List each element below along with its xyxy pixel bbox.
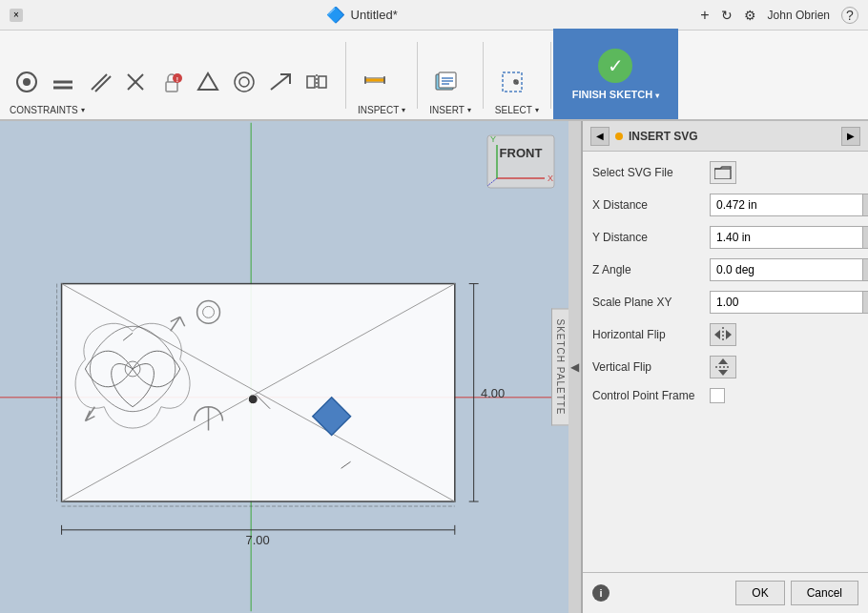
select-icon[interactable] — [495, 65, 529, 99]
scale-plane-input[interactable] — [710, 291, 868, 314]
y-distance-dropdown[interactable]: ▼ — [862, 226, 868, 249]
panel-status-dot — [615, 133, 623, 140]
info-icon[interactable]: i — [592, 584, 610, 602]
toolbar-divider-3 — [483, 42, 484, 109]
toolbar-divider-4 — [550, 42, 551, 109]
svg-line-14 — [271, 74, 290, 90]
parallel-constraint-icon[interactable] — [82, 65, 116, 99]
insert-label[interactable]: INSERT ▾ — [420, 103, 481, 119]
svg-marker-62 — [714, 330, 720, 339]
perpendicular-constraint-icon[interactable] — [118, 65, 153, 99]
window-title: Untitled* — [351, 8, 398, 22]
select-icons — [486, 59, 548, 103]
axis-indicator: FRONT X Y — [483, 131, 559, 193]
select-label[interactable]: SELECT ▾ — [486, 103, 548, 119]
symmetry-constraint-icon[interactable] — [300, 65, 334, 99]
insert-arrow: ▾ — [467, 106, 471, 114]
title-bar: × 🔷 Untitled* + ↻ ⚙ John Obrien ? — [0, 0, 868, 31]
inspect-icon[interactable] — [358, 65, 392, 99]
insert-icon[interactable] — [429, 65, 464, 99]
title-bar-left: × — [10, 9, 23, 22]
reload-icon[interactable]: ↻ — [721, 8, 733, 23]
fix-constraint-icon[interactable]: ! — [155, 65, 189, 99]
svg-text:FRONT: FRONT — [500, 146, 543, 160]
collinear-constraint-icon[interactable] — [46, 65, 80, 99]
sketch-canvas: 7.00 4.00 — [0, 121, 568, 613]
z-angle-input[interactable] — [710, 258, 868, 281]
svg-text:7.00: 7.00 — [246, 533, 270, 547]
settings-icon[interactable]: ⚙ — [744, 8, 756, 23]
cancel-button[interactable]: Cancel — [791, 581, 858, 605]
x-distance-input[interactable] — [710, 194, 868, 216]
panel-footer: i OK Cancel — [583, 572, 868, 613]
field-control-point-frame-control — [710, 388, 858, 403]
svg-text:4.00: 4.00 — [481, 386, 505, 400]
inspect-icons — [348, 59, 415, 103]
toolbar-constraints-group: ! CONS — [0, 29, 343, 119]
control-point-frame-checkbox[interactable] — [710, 388, 725, 403]
constraints-label[interactable]: CONSTRAINTS ▾ — [0, 103, 343, 119]
finish-sketch-check-icon: ✓ — [598, 49, 632, 83]
field-x-distance: X Distance ▼ — [592, 194, 858, 216]
field-vertical-flip: Vertical Flip — [592, 356, 858, 378]
field-control-select-svg — [710, 161, 858, 184]
svg-rect-23 — [439, 72, 456, 88]
toolbar-select-group: SELECT ▾ — [486, 29, 548, 119]
finish-sketch-label: FINISH SKETCH ▾ — [572, 89, 659, 100]
ok-button[interactable]: OK — [735, 581, 784, 605]
svg-rect-15 — [307, 76, 315, 88]
field-y-distance: Y Distance ▼ — [592, 226, 858, 249]
svg-rect-27 — [503, 72, 522, 92]
field-control-horizontal-flip — [710, 323, 858, 346]
field-control-vertical-flip — [710, 356, 858, 378]
folder-browse-button[interactable] — [710, 161, 736, 184]
svg-text:!: ! — [176, 76, 178, 83]
field-label-y-distance: Y Distance — [592, 231, 702, 244]
field-label-horizontal-flip: Horizontal Flip — [592, 328, 702, 341]
inspect-label[interactable]: INSPECT ▾ — [348, 103, 415, 119]
horizontal-flip-button[interactable] — [710, 323, 736, 346]
help-icon[interactable]: ? — [841, 7, 858, 24]
new-tab-icon[interactable]: + — [700, 7, 709, 24]
svg-text:Y: Y — [490, 134, 496, 144]
y-distance-input[interactable] — [710, 226, 868, 249]
tangent-constraint-icon[interactable] — [263, 65, 298, 99]
z-angle-dropdown[interactable]: ▼ — [862, 258, 868, 281]
toolbar-divider-2 — [417, 42, 418, 109]
right-panel: ◀ INSERT SVG ▶ Select SVG File X Distanc… — [582, 121, 868, 613]
panel-nav-right[interactable]: ▶ — [841, 127, 860, 146]
close-button[interactable]: × — [10, 9, 23, 22]
insert-icons — [420, 59, 481, 103]
vertical-flip-button[interactable] — [710, 356, 736, 378]
scale-plane-dropdown[interactable]: ▼ — [862, 291, 868, 314]
footer-buttons: OK Cancel — [735, 581, 858, 605]
panel-header: ◀ INSERT SVG ▶ — [583, 121, 868, 152]
field-label-select-svg: Select SVG File — [592, 166, 702, 179]
sketch-palette-tab[interactable]: SKETCH PALETTE — [551, 308, 568, 425]
toolbar-divider-1 — [345, 42, 346, 109]
constraints-arrow: ▾ — [81, 106, 85, 114]
panel-collapse-arrow[interactable]: ◀ — [568, 121, 582, 613]
toolbar: ! CONS — [0, 31, 868, 121]
svg-point-1 — [23, 78, 31, 86]
concentric-constraint-icon[interactable] — [227, 65, 261, 99]
panel-nav-left[interactable]: ◀ — [590, 127, 610, 146]
field-control-z-angle: ▼ — [710, 258, 868, 281]
user-name: John Obrien — [768, 9, 830, 22]
equal-constraint-icon[interactable] — [191, 65, 225, 99]
field-horizontal-flip: Horizontal Flip — [592, 323, 858, 346]
panel-footer-left: i — [592, 584, 610, 602]
field-control-x-distance: ▼ — [710, 194, 868, 216]
field-label-z-angle: Z Angle — [592, 263, 702, 276]
title-bar-center: 🔷 Untitled* — [326, 6, 398, 24]
svg-rect-8 — [166, 82, 177, 92]
title-bar-right: + ↻ ⚙ John Obrien ? — [700, 7, 858, 24]
x-distance-dropdown[interactable]: ▼ — [862, 194, 868, 216]
svg-point-12 — [235, 72, 254, 92]
finish-sketch-button[interactable]: ✓ FINISH SKETCH ▾ — [553, 29, 678, 119]
svg-point-13 — [239, 77, 249, 87]
field-control-y-distance: ▼ — [710, 226, 868, 249]
coincident-constraint-icon[interactable] — [10, 65, 44, 99]
panel-body: Select SVG File X Distance ▼ Y Distance — [583, 152, 868, 572]
canvas-area[interactable]: 7.00 4.00 — [0, 121, 568, 613]
